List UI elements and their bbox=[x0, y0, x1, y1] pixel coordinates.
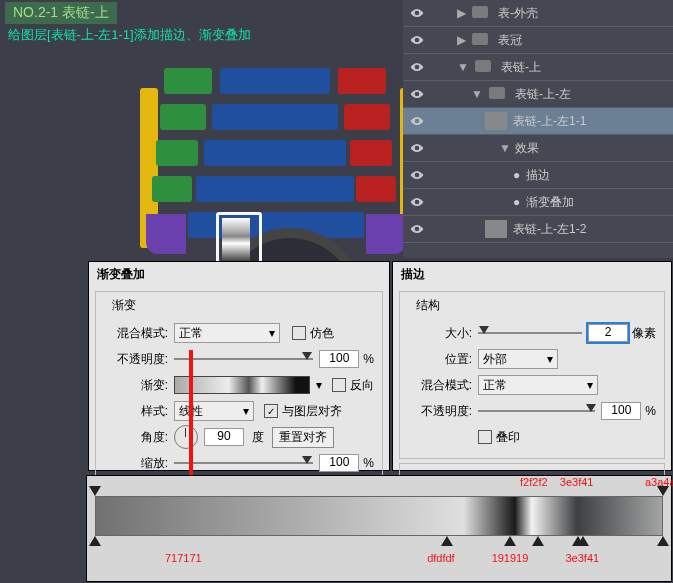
color-stop[interactable] bbox=[577, 536, 589, 546]
folder-icon bbox=[470, 31, 492, 49]
angle-input[interactable]: 90 bbox=[204, 428, 244, 446]
panel-title: 渐变叠加 bbox=[89, 262, 389, 287]
disclosure-icon[interactable]: ▶ bbox=[457, 6, 466, 20]
disclosure-icon[interactable]: ▼ bbox=[457, 60, 469, 74]
angle-label: 角度: bbox=[104, 429, 168, 446]
scale-input[interactable]: 100 bbox=[319, 454, 359, 472]
align-checkbox[interactable]: ✓ bbox=[264, 404, 278, 418]
chevron-down-icon: ▾ bbox=[587, 378, 593, 392]
instruction-text: 给图层[表链-上-左1-1]添加描边、渐变叠加 bbox=[8, 26, 251, 44]
color-stop[interactable] bbox=[657, 536, 669, 546]
preview-illustration bbox=[100, 48, 400, 258]
dither-checkbox[interactable] bbox=[292, 326, 306, 340]
style-select[interactable]: 线性▾ bbox=[174, 401, 254, 421]
stop-value-label: f2f2f2 bbox=[520, 476, 548, 488]
layer-thumb bbox=[485, 112, 507, 130]
color-stop[interactable] bbox=[89, 536, 101, 546]
bullet-icon: ● bbox=[513, 195, 520, 209]
reverse-checkbox[interactable] bbox=[332, 378, 346, 392]
chevron-down-icon[interactable]: ▾ bbox=[316, 378, 322, 392]
color-stop[interactable] bbox=[504, 536, 516, 546]
angle-dial-icon[interactable] bbox=[174, 425, 198, 449]
layer-row[interactable]: 表链-上-左1-1 bbox=[403, 108, 673, 135]
visibility-icon[interactable] bbox=[403, 168, 431, 182]
layer-label: 表-外壳 bbox=[498, 5, 538, 22]
position-label: 位置: bbox=[408, 351, 472, 368]
arrow-annotation bbox=[189, 350, 193, 490]
gradient-editor: 717171dfdfdf191919f2f2f23e3f413e3f41a3a4… bbox=[86, 475, 672, 582]
visibility-icon[interactable] bbox=[403, 141, 431, 155]
gradient-track[interactable] bbox=[95, 496, 663, 536]
panel-title: 描边 bbox=[393, 262, 671, 287]
scale-label: 缩放: bbox=[104, 455, 168, 472]
layer-row[interactable]: ●描边 bbox=[403, 162, 673, 189]
layer-row[interactable]: ▶表-外壳 bbox=[403, 0, 673, 27]
visibility-icon[interactable] bbox=[403, 60, 431, 74]
opacity-input[interactable]: 100 bbox=[601, 402, 641, 420]
folder-icon bbox=[473, 58, 495, 76]
align-label: 与图层对齐 bbox=[282, 403, 342, 420]
stop-value-label: 3e3f41 bbox=[560, 476, 594, 488]
blend-mode-select[interactable]: 正常▾ bbox=[478, 375, 598, 395]
disclosure-icon[interactable]: ▶ bbox=[457, 33, 466, 47]
color-stop[interactable] bbox=[532, 536, 544, 546]
layer-label: 表冠 bbox=[498, 32, 522, 49]
visibility-icon[interactable] bbox=[403, 6, 431, 20]
gradient-overlay-panel: 渐变叠加 渐变 混合模式: 正常▾ 仿色 不透明度: 100 % 渐变: ▾ 反… bbox=[88, 261, 390, 471]
opacity-label: 不透明度: bbox=[104, 351, 168, 368]
layers-panel: ▶表-外壳▶表冠▼表链-上▼表链-上-左表链-上-左1-1▼效果●描边●渐变叠加… bbox=[403, 0, 673, 258]
color-stop[interactable] bbox=[441, 536, 453, 546]
size-label: 大小: bbox=[408, 325, 472, 342]
gradient-label: 渐变: bbox=[104, 377, 168, 394]
layer-thumb bbox=[485, 220, 507, 238]
blend-mode-label: 混合模式: bbox=[408, 377, 472, 394]
chevron-down-icon: ▾ bbox=[547, 352, 553, 366]
scale-slider[interactable] bbox=[174, 457, 313, 469]
stop-value-label: 191919 bbox=[492, 552, 529, 564]
visibility-icon[interactable] bbox=[403, 114, 431, 128]
chevron-down-icon: ▾ bbox=[269, 326, 275, 340]
layer-label: 渐变叠加 bbox=[526, 194, 574, 211]
layer-label: 描边 bbox=[526, 167, 550, 184]
disclosure-icon[interactable]: ▼ bbox=[471, 87, 483, 101]
layer-label: 表链-上-左1-2 bbox=[513, 221, 586, 238]
layer-row[interactable]: ▶表冠 bbox=[403, 27, 673, 54]
chevron-down-icon: ▾ bbox=[243, 404, 249, 418]
stop-value-label: dfdfdf bbox=[427, 552, 455, 564]
layer-row[interactable]: ▼效果 bbox=[403, 135, 673, 162]
position-select[interactable]: 外部▾ bbox=[478, 349, 558, 369]
blend-mode-label: 混合模式: bbox=[104, 325, 168, 342]
visibility-icon[interactable] bbox=[403, 33, 431, 47]
stop-value-label: 717171 bbox=[165, 552, 202, 564]
bullet-icon: ● bbox=[513, 168, 520, 182]
size-input[interactable]: 2 bbox=[588, 324, 628, 342]
opacity-slider[interactable] bbox=[174, 353, 313, 365]
layer-row[interactable]: 表链-上-左1-2 bbox=[403, 216, 673, 243]
layer-label: 效果 bbox=[515, 140, 539, 157]
folder-icon bbox=[470, 4, 492, 22]
opacity-label: 不透明度: bbox=[408, 403, 472, 420]
layer-label: 表链-上-左 bbox=[515, 86, 571, 103]
overprint-checkbox[interactable] bbox=[478, 430, 492, 444]
visibility-icon[interactable] bbox=[403, 222, 431, 236]
blend-mode-select[interactable]: 正常▾ bbox=[174, 323, 280, 343]
opacity-stop[interactable] bbox=[89, 486, 101, 496]
visibility-icon[interactable] bbox=[403, 87, 431, 101]
stop-value-label: 3e3f41 bbox=[565, 552, 599, 564]
reset-align-button[interactable]: 重置对齐 bbox=[272, 427, 334, 448]
opacity-input[interactable]: 100 bbox=[319, 350, 359, 368]
stop-value-label: a3a4a4 bbox=[645, 476, 673, 488]
layer-label: 表链-上-左1-1 bbox=[513, 113, 586, 130]
dither-label: 仿色 bbox=[310, 325, 334, 342]
style-label: 样式: bbox=[104, 403, 168, 420]
layer-row[interactable]: ▼表链-上-左 bbox=[403, 81, 673, 108]
visibility-icon[interactable] bbox=[403, 195, 431, 209]
layer-row[interactable]: ▼表链-上 bbox=[403, 54, 673, 81]
size-slider[interactable] bbox=[478, 327, 582, 339]
reverse-label: 反向 bbox=[350, 377, 374, 394]
disclosure-icon[interactable]: ▼ bbox=[499, 141, 511, 155]
opacity-slider[interactable] bbox=[478, 405, 595, 417]
layer-label: 表链-上 bbox=[501, 59, 541, 76]
layer-row[interactable]: ●渐变叠加 bbox=[403, 189, 673, 216]
gradient-preview[interactable] bbox=[174, 376, 310, 394]
